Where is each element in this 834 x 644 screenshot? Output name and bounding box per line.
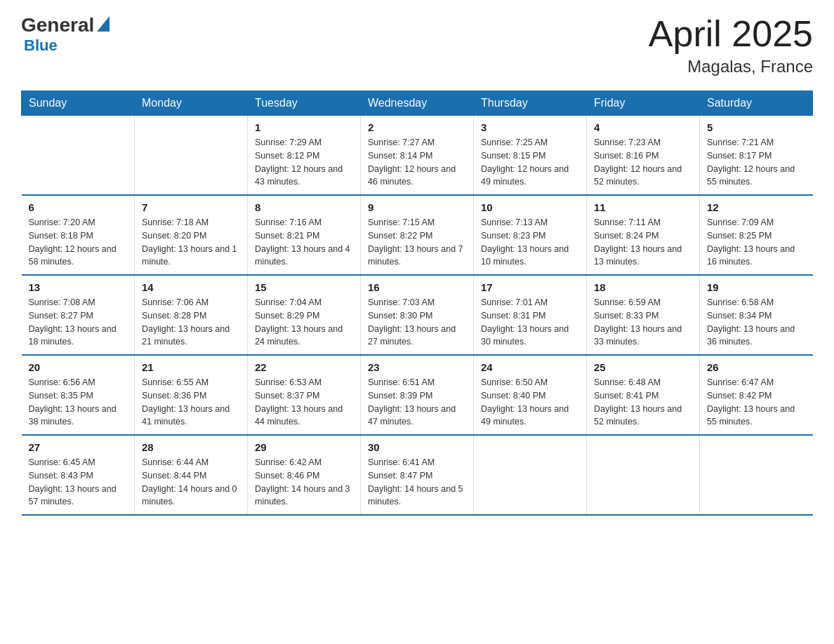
day-info: Sunrise: 6:56 AMSunset: 8:35 PMDaylight:…: [29, 376, 128, 429]
weekday-header-friday: Friday: [587, 91, 700, 116]
day-number: 30: [368, 441, 466, 453]
day-number: 26: [707, 361, 806, 373]
calendar-cell: 25Sunrise: 6:48 AMSunset: 8:41 PMDayligh…: [587, 355, 700, 435]
weekday-header-thursday: Thursday: [474, 91, 587, 116]
day-info: Sunrise: 7:16 AMSunset: 8:21 PMDaylight:…: [255, 216, 353, 269]
calendar-cell: [135, 116, 248, 196]
calendar-cell: 19Sunrise: 6:58 AMSunset: 8:34 PMDayligh…: [700, 275, 813, 355]
day-info: Sunrise: 7:29 AMSunset: 8:12 PMDaylight:…: [255, 136, 353, 189]
day-number: 11: [594, 201, 692, 213]
calendar-cell: 30Sunrise: 6:41 AMSunset: 8:47 PMDayligh…: [361, 435, 474, 515]
day-number: 16: [368, 281, 466, 293]
calendar-week-row: 27Sunrise: 6:45 AMSunset: 8:43 PMDayligh…: [22, 435, 813, 515]
calendar-cell: 13Sunrise: 7:08 AMSunset: 8:27 PMDayligh…: [22, 275, 135, 355]
calendar-week-row: 20Sunrise: 6:56 AMSunset: 8:35 PMDayligh…: [22, 355, 813, 435]
day-info: Sunrise: 7:04 AMSunset: 8:29 PMDaylight:…: [255, 296, 353, 349]
day-number: 29: [255, 441, 353, 453]
weekday-header-row: SundayMondayTuesdayWednesdayThursdayFrid…: [22, 91, 813, 116]
day-number: 3: [481, 121, 579, 133]
day-info: Sunrise: 6:53 AMSunset: 8:37 PMDaylight:…: [255, 376, 353, 429]
day-number: 1: [255, 121, 353, 133]
calendar-cell: 12Sunrise: 7:09 AMSunset: 8:25 PMDayligh…: [700, 195, 813, 275]
calendar-cell: 4Sunrise: 7:23 AMSunset: 8:16 PMDaylight…: [587, 116, 700, 196]
calendar-cell: 18Sunrise: 6:59 AMSunset: 8:33 PMDayligh…: [587, 275, 700, 355]
day-number: 5: [707, 121, 806, 133]
day-info: Sunrise: 7:13 AMSunset: 8:23 PMDaylight:…: [481, 216, 579, 269]
day-info: Sunrise: 6:51 AMSunset: 8:39 PMDaylight:…: [368, 376, 466, 429]
day-info: Sunrise: 7:20 AMSunset: 8:18 PMDaylight:…: [29, 216, 128, 269]
calendar-cell: 3Sunrise: 7:25 AMSunset: 8:15 PMDaylight…: [474, 116, 587, 196]
day-info: Sunrise: 6:41 AMSunset: 8:47 PMDaylight:…: [368, 456, 466, 509]
day-number: 15: [255, 281, 353, 293]
calendar-cell: 5Sunrise: 7:21 AMSunset: 8:17 PMDaylight…: [700, 116, 813, 196]
calendar-cell: 9Sunrise: 7:15 AMSunset: 8:22 PMDaylight…: [361, 195, 474, 275]
calendar-week-row: 13Sunrise: 7:08 AMSunset: 8:27 PMDayligh…: [22, 275, 813, 355]
day-number: 12: [707, 201, 806, 213]
calendar-cell: 14Sunrise: 7:06 AMSunset: 8:28 PMDayligh…: [135, 275, 248, 355]
day-info: Sunrise: 6:59 AMSunset: 8:33 PMDaylight:…: [594, 296, 692, 349]
day-number: 22: [255, 361, 353, 373]
calendar-cell: 10Sunrise: 7:13 AMSunset: 8:23 PMDayligh…: [474, 195, 587, 275]
logo-triangle-icon: [97, 16, 110, 32]
day-number: 2: [368, 121, 466, 133]
day-info: Sunrise: 7:18 AMSunset: 8:20 PMDaylight:…: [142, 216, 240, 269]
day-number: 28: [142, 441, 240, 453]
day-info: Sunrise: 6:58 AMSunset: 8:34 PMDaylight:…: [707, 296, 806, 349]
logo: General Blue: [21, 14, 110, 55]
weekday-header-sunday: Sunday: [22, 91, 135, 116]
weekday-header-tuesday: Tuesday: [248, 91, 361, 116]
weekday-header-wednesday: Wednesday: [361, 91, 474, 116]
day-number: 18: [594, 281, 692, 293]
logo-blue-text: Blue: [24, 36, 58, 55]
day-number: 23: [368, 361, 466, 373]
calendar-cell: 1Sunrise: 7:29 AMSunset: 8:12 PMDaylight…: [248, 116, 361, 196]
day-info: Sunrise: 7:11 AMSunset: 8:24 PMDaylight:…: [594, 216, 692, 269]
weekday-header-monday: Monday: [135, 91, 248, 116]
day-info: Sunrise: 7:27 AMSunset: 8:14 PMDaylight:…: [368, 136, 466, 189]
day-number: 10: [481, 201, 579, 213]
day-info: Sunrise: 6:47 AMSunset: 8:42 PMDaylight:…: [707, 376, 806, 429]
day-info: Sunrise: 7:09 AMSunset: 8:25 PMDaylight:…: [707, 216, 806, 269]
calendar-cell: 27Sunrise: 6:45 AMSunset: 8:43 PMDayligh…: [22, 435, 135, 515]
day-number: 13: [29, 281, 128, 293]
calendar-cell: [474, 435, 587, 515]
calendar-cell: 15Sunrise: 7:04 AMSunset: 8:29 PMDayligh…: [248, 275, 361, 355]
calendar-cell: 6Sunrise: 7:20 AMSunset: 8:18 PMDaylight…: [22, 195, 135, 275]
day-info: Sunrise: 6:44 AMSunset: 8:44 PMDaylight:…: [142, 456, 240, 509]
day-info: Sunrise: 7:15 AMSunset: 8:22 PMDaylight:…: [368, 216, 466, 269]
day-info: Sunrise: 6:45 AMSunset: 8:43 PMDaylight:…: [29, 456, 128, 509]
calendar-cell: 23Sunrise: 6:51 AMSunset: 8:39 PMDayligh…: [361, 355, 474, 435]
day-number: 21: [142, 361, 240, 373]
day-number: 24: [481, 361, 579, 373]
location-title: Magalas, France: [649, 57, 813, 76]
calendar-cell: 7Sunrise: 7:18 AMSunset: 8:20 PMDaylight…: [135, 195, 248, 275]
calendar-cell: [700, 435, 813, 515]
calendar-week-row: 1Sunrise: 7:29 AMSunset: 8:12 PMDaylight…: [22, 116, 813, 196]
calendar-cell: 17Sunrise: 7:01 AMSunset: 8:31 PMDayligh…: [474, 275, 587, 355]
day-info: Sunrise: 7:08 AMSunset: 8:27 PMDaylight:…: [29, 296, 128, 349]
title-block: April 2025 Magalas, France: [649, 14, 813, 76]
day-number: 25: [594, 361, 692, 373]
calendar-cell: 8Sunrise: 7:16 AMSunset: 8:21 PMDaylight…: [248, 195, 361, 275]
day-info: Sunrise: 7:25 AMSunset: 8:15 PMDaylight:…: [481, 136, 579, 189]
day-info: Sunrise: 6:50 AMSunset: 8:40 PMDaylight:…: [481, 376, 579, 429]
day-info: Sunrise: 7:21 AMSunset: 8:17 PMDaylight:…: [707, 136, 806, 189]
day-info: Sunrise: 7:03 AMSunset: 8:30 PMDaylight:…: [368, 296, 466, 349]
day-number: 7: [142, 201, 240, 213]
calendar-cell: [22, 116, 135, 196]
calendar-cell: 28Sunrise: 6:44 AMSunset: 8:44 PMDayligh…: [135, 435, 248, 515]
day-number: 8: [255, 201, 353, 213]
calendar-cell: 21Sunrise: 6:55 AMSunset: 8:36 PMDayligh…: [135, 355, 248, 435]
day-number: 27: [29, 441, 128, 453]
calendar-cell: 22Sunrise: 6:53 AMSunset: 8:37 PMDayligh…: [248, 355, 361, 435]
day-number: 6: [29, 201, 128, 213]
calendar-table: SundayMondayTuesdayWednesdayThursdayFrid…: [21, 90, 813, 516]
day-info: Sunrise: 7:23 AMSunset: 8:16 PMDaylight:…: [594, 136, 692, 189]
day-number: 20: [29, 361, 128, 373]
day-number: 4: [594, 121, 692, 133]
logo-general-text: General: [21, 14, 94, 36]
calendar-cell: 29Sunrise: 6:42 AMSunset: 8:46 PMDayligh…: [248, 435, 361, 515]
calendar-cell: [587, 435, 700, 515]
day-info: Sunrise: 7:01 AMSunset: 8:31 PMDaylight:…: [481, 296, 579, 349]
calendar-cell: 11Sunrise: 7:11 AMSunset: 8:24 PMDayligh…: [587, 195, 700, 275]
